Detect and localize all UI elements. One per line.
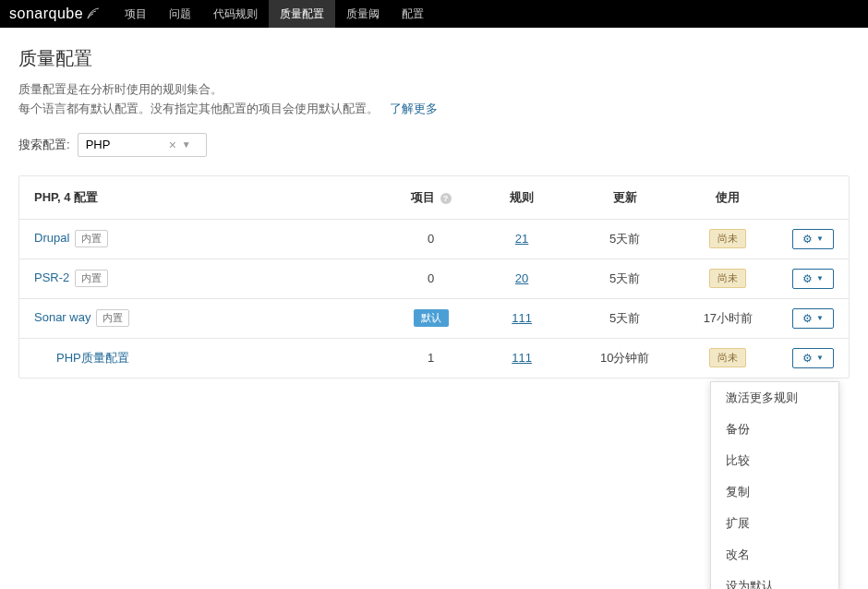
logo-waves-icon bbox=[87, 7, 100, 20]
nav-quality-profiles[interactable]: 质量配置 bbox=[269, 0, 335, 28]
table-row: PSR-2内置0205天前尚未⚙▼ bbox=[19, 258, 849, 298]
page-title: 质量配置 bbox=[18, 46, 850, 71]
chevron-down-icon: ▼ bbox=[816, 314, 824, 322]
actions-button[interactable]: ⚙▼ bbox=[792, 269, 834, 289]
used-cell: 尚未 bbox=[679, 219, 778, 258]
builtin-badge: 内置 bbox=[75, 230, 108, 247]
nav-rules[interactable]: 代码规则 bbox=[202, 0, 269, 28]
table-row: Drupal内置0215天前尚未⚙▼ bbox=[19, 219, 849, 258]
col-header-name: PHP, 4 配置 bbox=[19, 176, 390, 220]
page-content: 质量配置 质量配置是在分析时使用的规则集合。 每个语言都有默认配置。没有指定其他… bbox=[0, 28, 868, 397]
page-description: 质量配置是在分析时使用的规则集合。 每个语言都有默认配置。没有指定其他配置的项目… bbox=[18, 80, 850, 119]
chevron-down-icon: ▼ bbox=[816, 354, 824, 362]
used-cell: 17小时前 bbox=[679, 298, 778, 338]
search-input[interactable] bbox=[86, 138, 169, 151]
col-header-projects: 项目 ? bbox=[390, 176, 472, 220]
projects-cell: 1 bbox=[390, 338, 472, 378]
learn-more-link[interactable]: 了解更多 bbox=[390, 102, 438, 115]
rules-link[interactable]: 111 bbox=[512, 311, 532, 325]
nav-admin[interactable]: 配置 bbox=[391, 0, 435, 28]
chevron-down-icon: ▼ bbox=[816, 274, 824, 282]
search-select[interactable]: × ▼ bbox=[78, 133, 207, 157]
profile-link[interactable]: Sonar way bbox=[34, 310, 90, 324]
updated-cell: 10分钟前 bbox=[572, 338, 679, 378]
projects-cell: 0 bbox=[390, 258, 472, 298]
builtin-badge: 内置 bbox=[96, 309, 129, 327]
rules-link[interactable]: 111 bbox=[512, 351, 532, 365]
top-navbar: sonarqube 项目 问题 代码规则 质量配置 质量阈 配置 bbox=[0, 0, 868, 28]
profiles-table: PHP, 4 配置 项目 ? 规则 更新 使用 Drupal内置0215天前尚未… bbox=[19, 176, 849, 378]
updated-cell: 5天前 bbox=[572, 258, 679, 298]
help-icon[interactable]: ? bbox=[440, 193, 452, 204]
table-row: PHP质量配置111110分钟前尚未⚙▼ bbox=[19, 338, 849, 378]
unused-badge: 尚未 bbox=[709, 348, 746, 367]
chevron-down-icon[interactable]: ▼ bbox=[182, 139, 191, 150]
col-header-rules: 规则 bbox=[472, 176, 571, 220]
chevron-down-icon: ▼ bbox=[816, 234, 824, 243]
actions-button[interactable]: ⚙▼ bbox=[792, 348, 834, 368]
actions-dropdown: 激活更多规则 备份 比较 复制 扩展 改名 设为默认 删除 bbox=[710, 381, 839, 397]
search-row: 搜索配置: × ▼ bbox=[18, 133, 850, 157]
nav-issues[interactable]: 问题 bbox=[158, 0, 202, 28]
profile-link[interactable]: PSR-2 bbox=[34, 270, 69, 284]
profiles-panel: PHP, 4 配置 项目 ? 规则 更新 使用 Drupal内置0215天前尚未… bbox=[18, 175, 850, 379]
nav-quality-gates[interactable]: 质量阈 bbox=[335, 0, 391, 28]
rules-link[interactable]: 20 bbox=[515, 271, 528, 285]
logo[interactable]: sonarqube bbox=[9, 6, 100, 22]
clear-icon[interactable]: × bbox=[169, 138, 176, 152]
default-badge: 默认 bbox=[414, 309, 449, 327]
table-row: Sonar way内置默认1115天前17小时前⚙▼ bbox=[19, 298, 849, 338]
col-header-updated: 更新 bbox=[572, 176, 679, 220]
actions-button[interactable]: ⚙▼ bbox=[792, 229, 834, 249]
rules-link[interactable]: 21 bbox=[515, 232, 528, 246]
updated-cell: 5天前 bbox=[572, 298, 679, 338]
builtin-badge: 内置 bbox=[75, 270, 108, 287]
profile-link[interactable]: PHP质量配置 bbox=[56, 351, 129, 365]
profile-link[interactable]: Drupal bbox=[34, 231, 69, 245]
col-header-used: 使用 bbox=[679, 176, 778, 220]
dropdown-activate-rules[interactable]: 激活更多规则 bbox=[711, 382, 838, 397]
used-cell: 尚未 bbox=[679, 258, 778, 298]
updated-cell: 5天前 bbox=[572, 219, 679, 258]
projects-cell: 默认 bbox=[390, 298, 472, 338]
unused-badge: 尚未 bbox=[709, 229, 746, 248]
nav-projects[interactable]: 项目 bbox=[114, 0, 158, 28]
projects-cell: 0 bbox=[390, 219, 472, 258]
actions-button[interactable]: ⚙▼ bbox=[792, 308, 834, 329]
search-label: 搜索配置: bbox=[18, 137, 70, 153]
used-cell: 尚未 bbox=[679, 338, 778, 378]
unused-badge: 尚未 bbox=[709, 269, 746, 288]
